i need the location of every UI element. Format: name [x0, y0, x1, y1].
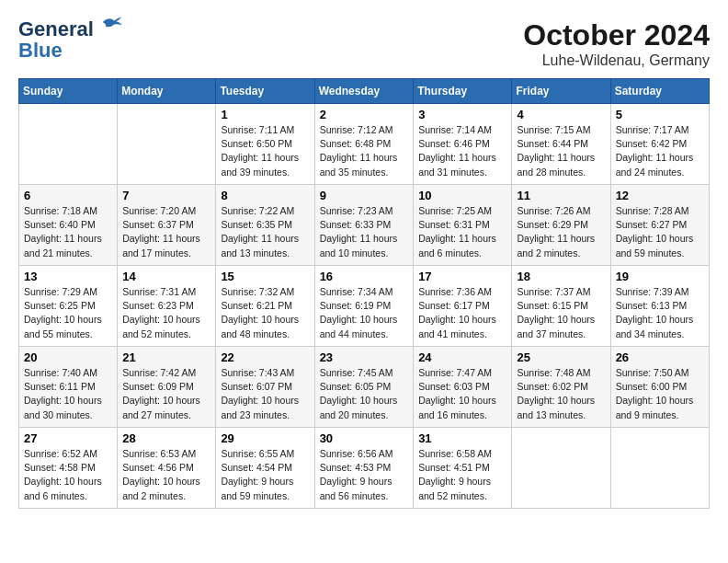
day-number: 26 — [616, 350, 704, 364]
logo-blue: Blue — [18, 39, 63, 63]
week-row-3: 13Sunrise: 7:29 AM Sunset: 6:25 PM Dayli… — [19, 266, 710, 347]
calendar-cell: 23Sunrise: 7:45 AM Sunset: 6:05 PM Dayli… — [314, 347, 414, 428]
day-info: Sunrise: 7:36 AM Sunset: 6:17 PM Dayligh… — [418, 285, 506, 341]
day-number: 9 — [320, 189, 409, 202]
day-info: Sunrise: 7:18 AM Sunset: 6:40 PM Dayligh… — [24, 204, 112, 260]
week-row-1: 1Sunrise: 7:11 AM Sunset: 6:50 PM Daylig… — [19, 104, 710, 185]
day-number: 24 — [418, 350, 506, 364]
calendar-cell — [610, 428, 709, 509]
day-info: Sunrise: 7:47 AM Sunset: 6:03 PM Dayligh… — [418, 366, 506, 422]
day-info: Sunrise: 7:22 AM Sunset: 6:35 PM Dayligh… — [221, 204, 309, 260]
day-info: Sunrise: 7:26 AM Sunset: 6:29 PM Dayligh… — [517, 204, 605, 260]
day-number: 20 — [24, 350, 112, 364]
day-number: 2 — [320, 108, 409, 121]
day-number: 14 — [122, 270, 210, 283]
day-header-wednesday: Wednesday — [314, 79, 414, 104]
week-row-5: 27Sunrise: 6:52 AM Sunset: 4:58 PM Dayli… — [19, 428, 710, 509]
day-info: Sunrise: 7:11 AM Sunset: 6:50 PM Dayligh… — [221, 123, 309, 179]
day-number: 21 — [122, 350, 210, 364]
day-info: Sunrise: 7:48 AM Sunset: 6:02 PM Dayligh… — [517, 366, 605, 422]
day-number: 10 — [418, 189, 506, 202]
calendar-cell: 25Sunrise: 7:48 AM Sunset: 6:02 PM Dayli… — [512, 347, 610, 428]
day-number: 15 — [221, 270, 309, 283]
day-number: 6 — [24, 189, 112, 202]
calendar-cell: 15Sunrise: 7:32 AM Sunset: 6:21 PM Dayli… — [216, 266, 314, 347]
day-number: 16 — [320, 270, 409, 283]
day-info: Sunrise: 7:29 AM Sunset: 6:25 PM Dayligh… — [24, 285, 112, 341]
day-info: Sunrise: 7:14 AM Sunset: 6:46 PM Dayligh… — [418, 123, 506, 179]
day-info: Sunrise: 7:34 AM Sunset: 6:19 PM Dayligh… — [320, 285, 409, 341]
day-info: Sunrise: 7:39 AM Sunset: 6:13 PM Dayligh… — [616, 285, 704, 341]
day-number: 22 — [221, 350, 309, 364]
calendar-cell: 30Sunrise: 6:56 AM Sunset: 4:53 PM Dayli… — [314, 428, 414, 509]
calendar-cell: 8Sunrise: 7:22 AM Sunset: 6:35 PM Daylig… — [216, 185, 314, 266]
day-header-monday: Monday — [118, 79, 216, 104]
week-row-4: 20Sunrise: 7:40 AM Sunset: 6:11 PM Dayli… — [19, 347, 710, 428]
location-title: Luhe-Wildenau, Germany — [523, 52, 710, 69]
day-info: Sunrise: 7:40 AM Sunset: 6:11 PM Dayligh… — [24, 366, 112, 422]
day-info: Sunrise: 6:55 AM Sunset: 4:54 PM Dayligh… — [221, 447, 309, 503]
calendar-cell: 27Sunrise: 6:52 AM Sunset: 4:58 PM Dayli… — [19, 428, 118, 509]
calendar-cell: 22Sunrise: 7:43 AM Sunset: 6:07 PM Dayli… — [216, 347, 314, 428]
calendar-body: 1Sunrise: 7:11 AM Sunset: 6:50 PM Daylig… — [19, 104, 710, 509]
day-info: Sunrise: 7:42 AM Sunset: 6:09 PM Dayligh… — [122, 366, 210, 422]
calendar-cell: 12Sunrise: 7:28 AM Sunset: 6:27 PM Dayli… — [610, 185, 709, 266]
calendar-table: SundayMondayTuesdayWednesdayThursdayFrid… — [18, 78, 710, 509]
day-info: Sunrise: 7:31 AM Sunset: 6:23 PM Dayligh… — [122, 285, 210, 341]
calendar-cell: 5Sunrise: 7:17 AM Sunset: 6:42 PM Daylig… — [610, 104, 709, 185]
day-info: Sunrise: 7:43 AM Sunset: 6:07 PM Dayligh… — [221, 366, 309, 422]
calendar-cell: 20Sunrise: 7:40 AM Sunset: 6:11 PM Dayli… — [19, 347, 118, 428]
day-number: 7 — [122, 189, 210, 202]
calendar-cell: 18Sunrise: 7:37 AM Sunset: 6:15 PM Dayli… — [512, 266, 610, 347]
header: General Blue October 2024 Luhe-Wildenau,… — [18, 18, 710, 69]
calendar-cell: 10Sunrise: 7:25 AM Sunset: 6:31 PM Dayli… — [414, 185, 512, 266]
day-info: Sunrise: 7:50 AM Sunset: 6:00 PM Dayligh… — [616, 366, 704, 422]
day-number: 31 — [418, 431, 506, 445]
day-info: Sunrise: 7:37 AM Sunset: 6:15 PM Dayligh… — [517, 285, 605, 341]
day-number: 8 — [221, 189, 309, 202]
calendar-cell: 24Sunrise: 7:47 AM Sunset: 6:03 PM Dayli… — [414, 347, 512, 428]
calendar-cell: 6Sunrise: 7:18 AM Sunset: 6:40 PM Daylig… — [19, 185, 118, 266]
day-info: Sunrise: 7:12 AM Sunset: 6:48 PM Dayligh… — [320, 123, 409, 179]
day-info: Sunrise: 7:25 AM Sunset: 6:31 PM Dayligh… — [418, 204, 506, 260]
day-number: 18 — [517, 270, 605, 283]
day-info: Sunrise: 6:53 AM Sunset: 4:56 PM Dayligh… — [122, 447, 210, 503]
calendar-cell — [512, 428, 610, 509]
calendar-cell: 28Sunrise: 6:53 AM Sunset: 4:56 PM Dayli… — [118, 428, 216, 509]
day-header-friday: Friday — [512, 79, 610, 104]
calendar-cell: 26Sunrise: 7:50 AM Sunset: 6:00 PM Dayli… — [610, 347, 709, 428]
day-number: 5 — [616, 108, 704, 121]
day-number: 25 — [517, 350, 605, 364]
day-header-thursday: Thursday — [414, 79, 512, 104]
day-info: Sunrise: 7:28 AM Sunset: 6:27 PM Dayligh… — [616, 204, 704, 260]
month-title: October 2024 — [523, 18, 710, 52]
calendar-cell: 1Sunrise: 7:11 AM Sunset: 6:50 PM Daylig… — [216, 104, 314, 185]
calendar-cell: 3Sunrise: 7:14 AM Sunset: 6:46 PM Daylig… — [414, 104, 512, 185]
calendar-cell: 13Sunrise: 7:29 AM Sunset: 6:25 PM Dayli… — [19, 266, 118, 347]
calendar-cell: 9Sunrise: 7:23 AM Sunset: 6:33 PM Daylig… — [314, 185, 414, 266]
week-row-2: 6Sunrise: 7:18 AM Sunset: 6:40 PM Daylig… — [19, 185, 710, 266]
day-header-saturday: Saturday — [610, 79, 709, 104]
day-info: Sunrise: 7:17 AM Sunset: 6:42 PM Dayligh… — [616, 123, 704, 179]
day-number: 4 — [517, 108, 605, 121]
day-info: Sunrise: 6:52 AM Sunset: 4:58 PM Dayligh… — [24, 447, 112, 503]
calendar-cell: 2Sunrise: 7:12 AM Sunset: 6:48 PM Daylig… — [314, 104, 414, 185]
day-number: 30 — [320, 431, 409, 445]
calendar-cell: 16Sunrise: 7:34 AM Sunset: 6:19 PM Dayli… — [314, 266, 414, 347]
day-info: Sunrise: 7:15 AM Sunset: 6:44 PM Dayligh… — [517, 123, 605, 179]
day-number: 23 — [320, 350, 409, 364]
day-info: Sunrise: 7:32 AM Sunset: 6:21 PM Dayligh… — [221, 285, 309, 341]
logo-general: General — [18, 17, 94, 40]
calendar-cell: 14Sunrise: 7:31 AM Sunset: 6:23 PM Dayli… — [118, 266, 216, 347]
logo-bird-icon — [101, 14, 123, 30]
day-header-tuesday: Tuesday — [216, 79, 314, 104]
day-header-sunday: Sunday — [19, 79, 118, 104]
calendar-cell: 19Sunrise: 7:39 AM Sunset: 6:13 PM Dayli… — [610, 266, 709, 347]
calendar-header-row: SundayMondayTuesdayWednesdayThursdayFrid… — [19, 79, 710, 104]
calendar-cell: 7Sunrise: 7:20 AM Sunset: 6:37 PM Daylig… — [118, 185, 216, 266]
calendar-cell: 29Sunrise: 6:55 AM Sunset: 4:54 PM Dayli… — [216, 428, 314, 509]
title-block: October 2024 Luhe-Wildenau, Germany — [523, 18, 710, 69]
logo: General Blue — [18, 18, 123, 63]
day-number: 17 — [418, 270, 506, 283]
day-number: 19 — [616, 270, 704, 283]
